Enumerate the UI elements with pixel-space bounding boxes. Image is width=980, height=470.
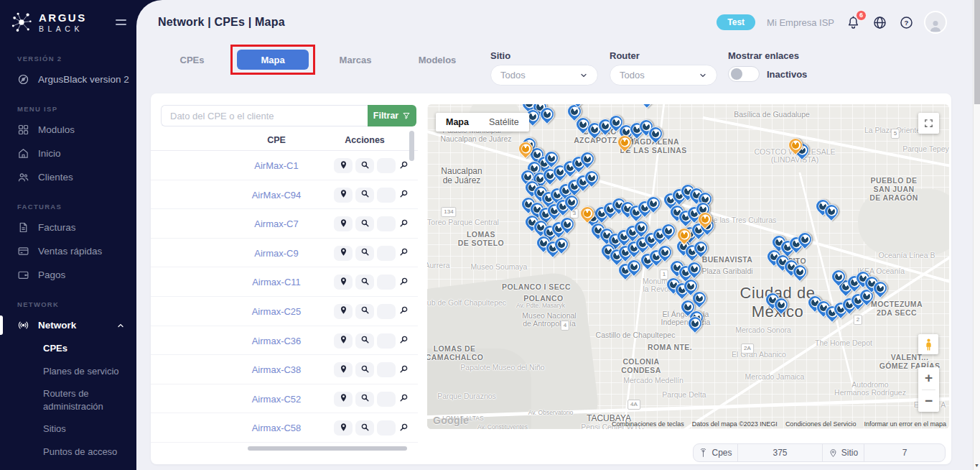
locate-on-map-button[interactable] xyxy=(334,216,353,231)
cpe-link[interactable]: Airmax-C52 xyxy=(226,394,327,405)
locate-on-map-button[interactable] xyxy=(334,333,353,349)
zoom-in-button[interactable] xyxy=(355,333,374,349)
user-avatar[interactable] xyxy=(925,12,946,32)
zoom-in-button[interactable] xyxy=(355,246,374,261)
sidebar-item-inicio[interactable]: Inicio xyxy=(0,142,136,165)
map-zoom-out-button[interactable]: − xyxy=(918,390,939,413)
cpe-link[interactable]: Airmax-C36 xyxy=(226,336,327,346)
sidebar-subitem-cpes[interactable]: CPEs xyxy=(0,337,136,360)
zoom-out-button[interactable] xyxy=(377,362,396,377)
zoom-out-button[interactable] xyxy=(377,392,396,407)
zoom-in-button[interactable] xyxy=(355,188,374,203)
cpe-link[interactable]: AirMax-C1 xyxy=(226,160,327,171)
help-icon[interactable]: ? xyxy=(899,15,914,30)
zoom-out-button[interactable] xyxy=(377,158,396,173)
map-fullscreen-button[interactable] xyxy=(918,113,939,134)
zoom-in-button[interactable] xyxy=(355,420,374,436)
tab-modelos[interactable]: Modelos xyxy=(415,55,459,65)
sidebar-collapse-icon[interactable] xyxy=(116,19,126,25)
zoom-out-button[interactable] xyxy=(377,275,396,290)
row-actions xyxy=(329,246,401,261)
sidebar-item-modulos[interactable]: Modulos xyxy=(0,118,136,142)
table-horizontal-scrollbar[interactable] xyxy=(248,446,407,451)
tab-marcas[interactable]: Marcas xyxy=(335,55,376,65)
cpe-link[interactable]: Airmax-C9 xyxy=(226,248,327,259)
table-row: Airmax-C36 xyxy=(151,326,418,356)
notifications-bell-icon[interactable]: 6 xyxy=(846,15,861,30)
zoom-out-button[interactable] xyxy=(377,333,396,349)
zoom-out-button[interactable] xyxy=(377,304,396,319)
page-scrollbar-thumb[interactable] xyxy=(974,0,980,104)
zoom-in-button[interactable] xyxy=(355,216,374,231)
sidebar-subitem-dispositivos-de-hogar[interactable]: Dispositivos de hogar xyxy=(0,463,136,470)
cpes-stat-value: 375 xyxy=(738,444,823,461)
router-select[interactable]: Todos xyxy=(610,65,717,86)
locate-on-map-button[interactable] xyxy=(334,420,353,436)
sitio-select[interactable]: Todos xyxy=(490,65,598,86)
zoom-in-button[interactable] xyxy=(355,392,374,407)
sidebar-item-label: ArgusBlack version 2 xyxy=(38,74,129,85)
cpe-link[interactable]: Airmax-C7 xyxy=(226,218,327,229)
locate-on-map-button[interactable] xyxy=(334,246,353,261)
map-zoom-in-button[interactable]: + xyxy=(918,367,939,390)
locate-on-map-button[interactable] xyxy=(334,158,353,173)
sidebar-item-network[interactable]: Network xyxy=(0,313,136,337)
zoom-out-button[interactable] xyxy=(377,420,396,436)
locate-on-map-button[interactable] xyxy=(334,392,353,407)
map-label: BUENAVISTA xyxy=(702,255,753,264)
zoom-out-button[interactable] xyxy=(377,216,396,231)
environment-badge[interactable]: Test xyxy=(717,14,755,30)
zoom-out-button[interactable] xyxy=(377,188,396,203)
sidebar-item-clientes[interactable]: Clientes xyxy=(0,165,136,189)
cpe-link[interactable]: Airmax-C38 xyxy=(226,364,327,375)
zoom-in-button[interactable] xyxy=(355,158,374,173)
sidebar-item-ventas-rapidas[interactable]: Ventas rápidas xyxy=(0,239,136,263)
language-globe-icon[interactable] xyxy=(872,15,887,30)
sidebar: ARGUS BLACK VERSIÓN 2ArgusBlack version … xyxy=(0,0,136,470)
zoom-in-button[interactable] xyxy=(355,304,374,319)
map-label: Club de Golf Chapultepec xyxy=(427,298,506,307)
locate-on-map-button[interactable] xyxy=(334,188,353,203)
sidebar-item-argusblack-version-2[interactable]: ArgusBlack version 2 xyxy=(0,68,136,91)
cpe-map-pin[interactable] xyxy=(637,104,657,109)
sidebar-subitem-routers-de-administracion[interactable]: Routers de administración xyxy=(0,382,136,418)
locate-on-map-button[interactable] xyxy=(334,275,353,290)
table-vertical-scrollbar[interactable] xyxy=(409,131,414,161)
sidebar-subitem-sitios[interactable]: Sitios xyxy=(0,418,136,441)
report-error-link[interactable]: Informar un error en el mapa xyxy=(864,420,946,428)
keyboard-shortcuts-link[interactable]: Combinaciones de teclas xyxy=(612,420,684,428)
tab-cpes[interactable]: CPEs xyxy=(172,55,212,65)
sidebar-item-facturas[interactable]: Facturas xyxy=(0,216,136,239)
map-canvas[interactable]: Palacio MunicipalNaucalpan de JuárezNauc… xyxy=(427,104,949,429)
filtrar-button[interactable]: Filtrar xyxy=(368,105,416,126)
cpe-link[interactable]: Airmax-C25 xyxy=(226,306,327,317)
table-row: Airmax-C25 xyxy=(151,297,418,326)
pin-icon xyxy=(339,160,348,172)
map-label: LOMAS DE xyxy=(434,344,476,353)
zoomout-icon xyxy=(382,335,391,346)
map-type-mapa-button[interactable]: Mapa xyxy=(436,113,479,132)
cpe-link[interactable]: Airmax-C11 xyxy=(226,277,327,287)
street-view-pegman[interactable] xyxy=(918,334,938,354)
locate-on-map-button[interactable] xyxy=(334,362,353,377)
cpe-link[interactable]: Airmax-C58 xyxy=(226,423,327,433)
cpe-search-input[interactable] xyxy=(161,105,368,126)
sidebar-subitem-puntos-de-acceso[interactable]: Puntos de acceso xyxy=(0,441,136,464)
map-type-satelite-button[interactable]: Satélite xyxy=(479,113,529,132)
zoom-in-button[interactable] xyxy=(355,275,374,290)
page-scrollbar[interactable]: ▼ xyxy=(973,0,980,470)
inactivos-label: Inactivos xyxy=(767,69,807,80)
inactivos-toggle[interactable] xyxy=(728,66,760,82)
router-select-value: Todos xyxy=(620,70,645,80)
cpe-link[interactable]: AirMax-C94 xyxy=(226,190,327,201)
sidebar-logo-row: ARGUS BLACK xyxy=(0,0,136,41)
locate-on-map-button[interactable] xyxy=(334,304,353,319)
sidebar-item-pagos[interactable]: Pagos xyxy=(0,263,136,287)
tab-mapa[interactable]: Mapa xyxy=(237,50,309,70)
zoom-in-button[interactable] xyxy=(355,362,374,377)
map-label: (LINDAVISTA) xyxy=(771,155,819,164)
zoom-out-button[interactable] xyxy=(377,246,396,261)
terms-link[interactable]: Condiciones del Servicio xyxy=(785,420,857,428)
sidebar-subitem-planes-de-servicio[interactable]: Planes de servicio xyxy=(0,360,136,383)
scrollbar-down-arrow[interactable]: ▼ xyxy=(974,463,980,468)
